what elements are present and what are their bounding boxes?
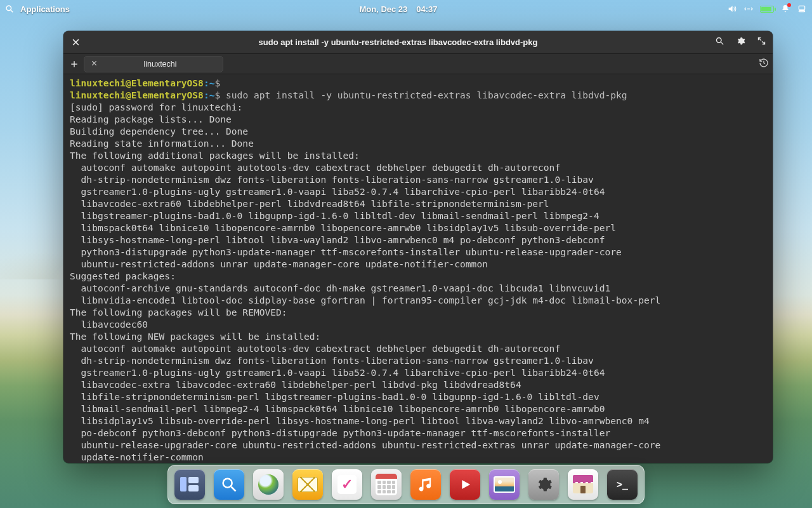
- dock-calendar[interactable]: [371, 469, 402, 500]
- dock-files[interactable]: [214, 469, 244, 500]
- dock-tasks[interactable]: ✓: [332, 469, 362, 500]
- applications-menu[interactable]: Applications: [20, 4, 70, 14]
- svg-marker-16: [462, 480, 470, 489]
- dock-photos[interactable]: [489, 469, 520, 500]
- panel-time: 04:37: [416, 4, 437, 14]
- dock-system-settings[interactable]: [528, 469, 559, 500]
- dock-web-browser[interactable]: [253, 469, 284, 500]
- new-tab-button[interactable]: [67, 57, 81, 71]
- dock-music[interactable]: [410, 469, 441, 500]
- notifications-icon[interactable]: [780, 4, 790, 14]
- history-icon[interactable]: [759, 58, 769, 70]
- search-icon[interactable]: [5, 4, 14, 13]
- svg-point-6: [717, 38, 722, 43]
- terminal-window: sudo apt install -y ubuntu-restricted-ex…: [63, 31, 773, 463]
- panel-clock[interactable]: Mon, Dec 23 04:37: [359, 4, 437, 14]
- panel-date: Mon, Dec 23: [359, 4, 407, 14]
- dock-appcenter[interactable]: [568, 469, 598, 500]
- notification-badge: [787, 3, 791, 7]
- battery-icon[interactable]: [760, 6, 774, 13]
- svg-point-14: [223, 479, 232, 488]
- session-icon[interactable]: [797, 4, 807, 14]
- dock-multitasking-view[interactable]: [174, 469, 205, 500]
- window-title: sudo apt install -y ubuntu-restricted-ex…: [88, 37, 709, 47]
- terminal-tabbar: linuxtechi: [63, 54, 773, 74]
- dock: ✓ >_: [167, 465, 645, 504]
- volume-icon[interactable]: [727, 4, 737, 14]
- top-panel: Applications Mon, Dec 23 04:37: [0, 0, 812, 18]
- gear-icon[interactable]: [736, 36, 745, 48]
- terminal-tab[interactable]: linuxtechi: [84, 56, 223, 72]
- window-titlebar[interactable]: sudo apt install -y ubuntu-restricted-ex…: [63, 31, 773, 54]
- maximize-icon[interactable]: [757, 36, 766, 48]
- svg-rect-3: [799, 11, 804, 12]
- close-icon[interactable]: [70, 37, 81, 47]
- terminal-output[interactable]: linuxtechi@ElementaryOS8:~$ linuxtechi@E…: [63, 74, 773, 463]
- dock-terminal[interactable]: >_: [607, 469, 638, 500]
- svg-line-1: [11, 10, 13, 13]
- search-in-terminal-icon[interactable]: [715, 36, 724, 48]
- svg-line-7: [721, 42, 723, 44]
- svg-rect-2: [799, 6, 804, 10]
- tab-label: linuxtechi: [104, 60, 216, 69]
- tab-close-icon[interactable]: [91, 60, 98, 69]
- dock-videos[interactable]: [450, 469, 480, 500]
- dock-mail[interactable]: [292, 469, 323, 500]
- svg-point-0: [6, 6, 11, 11]
- svg-line-15: [232, 487, 236, 491]
- network-icon[interactable]: [743, 4, 754, 14]
